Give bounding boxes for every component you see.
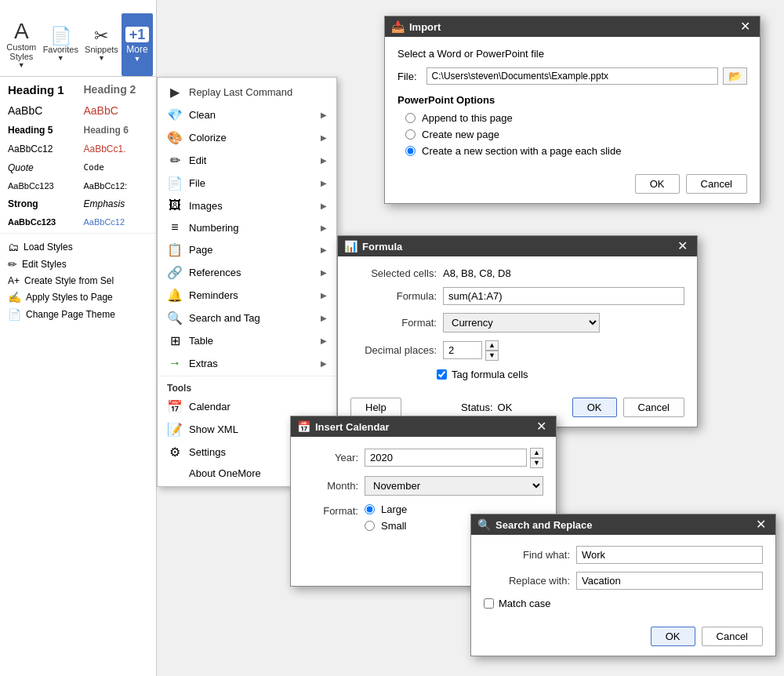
- style-quote[interactable]: Quote: [3, 159, 78, 176]
- calendar-month-select[interactable]: November JanuaryFebruaryMarch AprilMayJu…: [365, 476, 543, 496]
- style-aabbcc123-1[interactable]: AaBbCc123: [3, 178, 78, 194]
- import-option-newpage[interactable]: Create new page: [405, 129, 747, 140]
- search-close-button[interactable]: ✕: [753, 518, 769, 531]
- edit-styles-action[interactable]: ✏ Edit Styles: [3, 256, 153, 273]
- style-aabbc2[interactable]: AaBbC: [79, 101, 154, 120]
- extras-label: Extras: [189, 358, 314, 369]
- menu-item-replay[interactable]: ▶ Replay Last Command: [158, 81, 336, 104]
- change-theme-icon: 📄: [8, 308, 21, 321]
- references-icon: 🔗: [167, 265, 183, 280]
- formula-format-select[interactable]: Currency Number Text Percent: [443, 313, 600, 333]
- page-arrow: ▶: [321, 245, 327, 254]
- search-find-input[interactable]: [576, 546, 763, 564]
- menu-item-search-tag[interactable]: 🔍 Search and Tag ▶: [158, 307, 336, 329]
- style-heading6[interactable]: Heading 6: [79, 122, 154, 139]
- style-aabbcc12-2[interactable]: AaBbCc1.: [79, 140, 154, 158]
- calendar-month-label: Month:: [303, 480, 358, 492]
- calendar-format-small[interactable]: Small: [365, 520, 407, 532]
- style-heading5[interactable]: Heading 5: [3, 122, 78, 139]
- custom-styles-label: Custom Styles: [6, 42, 36, 61]
- edit-arrow: ▶: [321, 156, 327, 165]
- style-heading1[interactable]: Heading 1: [3, 80, 78, 100]
- custom-styles-button[interactable]: A Custom Styles ▼: [3, 13, 40, 76]
- import-options-group: Append to this page Create new page Crea…: [397, 112, 747, 157]
- menu-item-images[interactable]: 🖼 Images ▶: [158, 194, 336, 216]
- search-find-row: Find what:: [484, 546, 763, 564]
- style-emphasis[interactable]: Emphasis: [79, 195, 154, 213]
- formula-close-button[interactable]: ✕: [674, 240, 691, 253]
- import-file-input[interactable]: [426, 67, 718, 85]
- formula-decimal-down[interactable]: ▼: [485, 351, 499, 361]
- search-replace-input[interactable]: [576, 572, 763, 590]
- show-xml-icon: 📝: [167, 422, 183, 437]
- calendar-year-input[interactable]: [365, 449, 527, 467]
- calendar-format-large[interactable]: Large: [365, 503, 407, 515]
- formula-formula-input[interactable]: [443, 287, 684, 305]
- formula-body: Selected cells: A8, B8, C8, D8 Formula: …: [338, 256, 697, 391]
- style-bluenum[interactable]: AaBbCc12: [79, 214, 154, 230]
- calendar-title-text: Insert Calendar: [315, 421, 528, 433]
- style-boldnum[interactable]: AaBbCc123: [3, 214, 78, 230]
- search-replace-label: Replace with:: [484, 575, 570, 587]
- clean-icon: 💎: [167, 107, 183, 122]
- import-close-button[interactable]: ✕: [737, 20, 753, 33]
- calendar-year-up[interactable]: ▲: [530, 448, 543, 458]
- formula-tag-checkbox[interactable]: [437, 369, 447, 380]
- apply-styles-action[interactable]: ✍ Apply Styles to Page: [3, 289, 153, 306]
- style-aabbcc12-1[interactable]: AaBbCc12: [3, 140, 78, 158]
- menu-item-calendar[interactable]: 📅 Calendar: [158, 395, 336, 418]
- reminders-icon: 🔔: [167, 288, 183, 303]
- reminders-label: Reminders: [189, 289, 314, 301]
- menu-item-references[interactable]: 🔗 References ▶: [158, 261, 336, 284]
- import-ok-button[interactable]: OK: [635, 174, 680, 194]
- calendar-year-label: Year:: [303, 452, 358, 463]
- edit-icon: ✏: [167, 153, 183, 168]
- formula-help-button[interactable]: Help: [350, 398, 401, 417]
- menu-item-extras[interactable]: → Extras ▶: [158, 352, 336, 374]
- style-heading2[interactable]: Heading 2: [79, 80, 154, 100]
- import-cancel-button[interactable]: Cancel: [686, 174, 747, 194]
- search-ok-button[interactable]: OK: [651, 627, 695, 646]
- menu-item-clean[interactable]: 💎 Clean ▶: [158, 104, 336, 126]
- numbering-arrow: ▶: [321, 224, 327, 232]
- extras-arrow: ▶: [321, 359, 327, 368]
- search-cancel-button[interactable]: Cancel: [702, 627, 763, 646]
- more-button[interactable]: +1 More ▼: [122, 13, 153, 76]
- favorites-button[interactable]: 📄 Favorites ▼: [40, 13, 82, 76]
- style-code[interactable]: Code: [79, 159, 154, 176]
- calendar-year-down[interactable]: ▼: [530, 458, 543, 468]
- calendar-format-label: Format:: [303, 505, 358, 517]
- menu-item-file[interactable]: 📄 File ▶: [158, 172, 336, 194]
- formula-cancel-button[interactable]: Cancel: [623, 398, 684, 417]
- more-icon: +1: [125, 27, 150, 42]
- search-matchcase-checkbox[interactable]: [484, 598, 494, 609]
- menu-item-edit[interactable]: ✏ Edit ▶: [158, 149, 336, 172]
- menu-item-numbering[interactable]: ≡ Numbering ▶: [158, 216, 336, 238]
- formula-ok-button[interactable]: OK: [572, 398, 617, 417]
- import-option-append[interactable]: Append to this page: [405, 112, 747, 124]
- import-titlebar: 📥 Import ✕: [385, 16, 760, 37]
- change-theme-action[interactable]: 📄 Change Page Theme: [3, 306, 153, 323]
- menu-item-reminders[interactable]: 🔔 Reminders ▶: [158, 284, 336, 307]
- snippets-button[interactable]: ✂ Snippets ▼: [82, 13, 122, 76]
- style-aabbcc123-2[interactable]: AaBbCc12:: [79, 178, 154, 194]
- calendar-year-row: Year: ▲ ▼: [303, 448, 543, 468]
- menu-item-page[interactable]: 📋 Page ▶: [158, 238, 336, 261]
- load-styles-action[interactable]: 🗂 Load Styles: [3, 238, 153, 256]
- formula-decimal-input[interactable]: [443, 341, 482, 359]
- formula-formula-row: Formula:: [350, 287, 684, 305]
- change-theme-label: Change Page Theme: [26, 309, 115, 320]
- import-option-newsection[interactable]: Create a new section with a page each sl…: [405, 145, 747, 157]
- menu-item-table[interactable]: ⊞ Table ▶: [158, 329, 336, 352]
- calendar-month-row: Month: November JanuaryFebruaryMarch Apr…: [303, 476, 543, 496]
- style-aabbc1[interactable]: AaBbC: [3, 101, 78, 120]
- calendar-close-button[interactable]: ✕: [533, 420, 550, 433]
- menu-item-colorize[interactable]: 🎨 Colorize ▶: [158, 126, 336, 149]
- formula-decimal-up[interactable]: ▲: [485, 340, 499, 351]
- edit-label: Edit: [189, 154, 314, 166]
- edit-styles-label: Edit Styles: [22, 259, 67, 270]
- replay-label: Replay Last Command: [189, 86, 327, 98]
- create-style-action[interactable]: A+ Create Style from Sel: [3, 273, 153, 289]
- import-browse-button[interactable]: 📂: [723, 67, 747, 85]
- style-strong[interactable]: Strong: [3, 195, 78, 213]
